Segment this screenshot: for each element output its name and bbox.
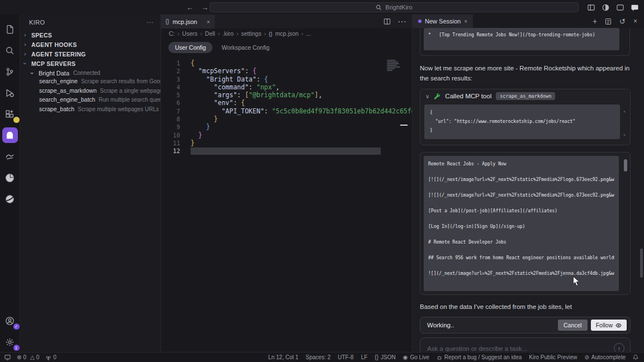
sidebar-section-agent-steering[interactable]: ›AGENT STEERING — [20, 49, 160, 59]
code-editor[interactable]: 1{2 "mcpServers": {3 "Bright Data": {4 "… — [161, 56, 412, 352]
tab-mcp-json[interactable]: {} mcp.json × — [161, 15, 215, 28]
sidebar-section-agent-hooks[interactable]: ›AGENT HOOKS — [20, 40, 160, 49]
chat-scrollbar-thumb[interactable] — [640, 249, 643, 278]
toggle-bottom-panel-icon[interactable] — [617, 4, 624, 11]
tool-name: search_engine_batch — [39, 96, 95, 103]
breadcrumb-item[interactable]: C: — [169, 30, 175, 37]
follow-button[interactable]: Follow — [591, 320, 627, 331]
status-spaces-2[interactable]: Spaces: 2 — [306, 354, 330, 360]
breadcrumb-item[interactable]: settings — [241, 30, 261, 37]
status-label: LF — [361, 354, 368, 360]
breadcrumb-item[interactable]: mcp.json — [275, 30, 299, 37]
json-file-icon: {} — [165, 18, 169, 25]
mcp-server-bright-data[interactable]: ›Bright DataConnected — [20, 68, 160, 78]
new-chat-icon[interactable]: + — [593, 17, 597, 26]
remote-indicator-icon[interactable] — [4, 354, 11, 360]
line-content: "env": { — [180, 99, 245, 107]
line-number: 9 — [161, 123, 180, 131]
status-label: JSON — [381, 354, 396, 360]
mcp-tool-scrape-batch[interactable]: scrape_batchScrape multiple webpages URL… — [20, 106, 160, 115]
tab-close-icon[interactable]: × — [207, 18, 210, 25]
tab-new-session[interactable]: New Session × — [413, 15, 473, 28]
minimap[interactable] — [386, 56, 412, 352]
tab-user-config[interactable]: User Config — [168, 42, 212, 53]
notifications-bell-icon[interactable] — [633, 354, 638, 360]
status-kiro-public-preview[interactable]: Kiro Public Preview — [529, 354, 577, 360]
chat-scroll-area[interactable]: * [Top Trending Remote Jobs New!](/top-t… — [413, 28, 644, 352]
tool-result-markdown[interactable]: Remote React Jobs - Apply Now[![](/_next… — [424, 156, 619, 291]
code-line: 11} — [161, 139, 412, 147]
session-list-icon[interactable] — [605, 18, 612, 25]
source-control-icon[interactable] — [2, 64, 18, 79]
send-button[interactable]: ↑ — [614, 343, 624, 352]
chat-tab-close-icon[interactable]: × — [464, 18, 467, 25]
breadcrumb-item[interactable]: ... — [306, 30, 311, 37]
breadcrumb-separator-icon: › — [200, 31, 202, 37]
status-go-live[interactable]: ◉Go Live — [403, 354, 429, 360]
breadcrumb-item[interactable]: Users — [182, 30, 197, 37]
breadcrumb-item[interactable]: Dell — [205, 30, 215, 37]
line-number: 12 — [161, 147, 180, 155]
line-content: { — [180, 59, 195, 67]
customize-layout-icon[interactable] — [588, 4, 595, 11]
sidebar-section-specs[interactable]: ›SPECS — [20, 30, 160, 40]
problems-indicator[interactable]: ⊗0 △0 — [17, 354, 39, 360]
breadcrumb-item[interactable]: .kiro — [222, 30, 234, 37]
line-number: 1 — [161, 59, 180, 67]
editor-more-icon[interactable]: ⋯ — [397, 16, 406, 27]
tab-workspace-config[interactable]: Workspace Config — [221, 44, 269, 51]
warnings-icon: △ — [30, 354, 35, 360]
explorer-icon[interactable] — [2, 21, 18, 37]
ports-indicator[interactable]: 0 — [45, 354, 56, 360]
extensions-badge — [13, 117, 20, 123]
split-editor-icon[interactable] — [383, 18, 391, 25]
code-line: 12 — [161, 147, 412, 155]
tool-call-header[interactable]: ∨ Called MCP tool scrape_as_markdown — [420, 89, 630, 103]
status-autocomplete[interactable]: ⊘Autocomplete — [584, 354, 626, 360]
line-content — [180, 147, 381, 155]
line-content: "Bright Data": { — [180, 75, 268, 83]
chat-bubble-icon[interactable] — [631, 4, 638, 11]
cancel-button[interactable]: Cancel — [558, 320, 588, 331]
nav-back-icon[interactable]: ← — [186, 3, 193, 12]
sidebar-more-icon[interactable]: ⋯ — [146, 18, 154, 26]
line-number: 6 — [161, 99, 180, 107]
line-number: 3 — [161, 75, 180, 83]
section-label: MCP SERVERS — [31, 60, 75, 67]
title-bar: ← → BrightKiro — [0, 0, 644, 15]
breadcrumb[interactable]: C:›Users›Dell›.kiro›settings›{}mcp.json›… — [161, 28, 412, 39]
line-content: } — [180, 115, 217, 123]
status-json[interactable]: {}JSON — [375, 354, 395, 360]
settings-gear-icon[interactable]: 1 — [2, 334, 18, 350]
usage-pie-icon[interactable] — [2, 170, 18, 185]
status-ln-12-col-1[interactable]: Ln 12, Col 1 — [268, 354, 299, 360]
assistant-message: Now let me scrape one more site - Remote… — [420, 63, 631, 84]
sidebar-section-mcp-servers[interactable]: ›MCP SERVERS — [20, 59, 160, 68]
mcp-tool-search-engine-batch[interactable]: search_engine_batchRun multiple search q… — [20, 96, 160, 106]
search-sidebar-icon[interactable] — [2, 42, 18, 58]
close-panel-icon[interactable]: × — [633, 17, 637, 25]
code-line: 2 "mcpServers": { — [161, 67, 412, 75]
settings-badge: 1 — [13, 345, 20, 351]
status-report-a-bug-suggest-an-idea[interactable]: Report a bug / Suggest an idea — [437, 354, 522, 360]
mcp-tool-search-engine[interactable]: search_engineScrape search results from … — [20, 78, 160, 87]
chat-input[interactable] — [427, 345, 614, 352]
mcp-tool-scrape-as-markdown[interactable]: scrape_as_markdownScrape a single webpag… — [20, 87, 160, 97]
kiro-agent-icon[interactable] — [2, 127, 18, 143]
account-icon[interactable]: ✓ — [2, 313, 18, 328]
extensions-icon[interactable] — [2, 106, 18, 122]
chevron-icon: › — [31, 70, 39, 77]
hooks-wave-icon[interactable] — [2, 149, 18, 164]
run-debug-icon[interactable] — [2, 85, 18, 101]
toggle-panel-icon[interactable] — [602, 4, 609, 11]
code-line: 8 } — [161, 115, 412, 123]
status-utf-8[interactable]: UTF-8 — [338, 354, 353, 360]
command-center-search[interactable]: BrightKiro — [210, 2, 579, 12]
line-content: } — [180, 123, 210, 131]
history-icon[interactable]: ↺ — [619, 17, 626, 26]
account-badge: ✓ — [13, 323, 20, 330]
result-scrollbar-thumb[interactable] — [624, 159, 627, 172]
nav-forward-icon[interactable]: → — [201, 3, 209, 12]
status-lf[interactable]: LF — [361, 354, 368, 360]
deploy-orbit-icon[interactable] — [2, 191, 18, 207]
